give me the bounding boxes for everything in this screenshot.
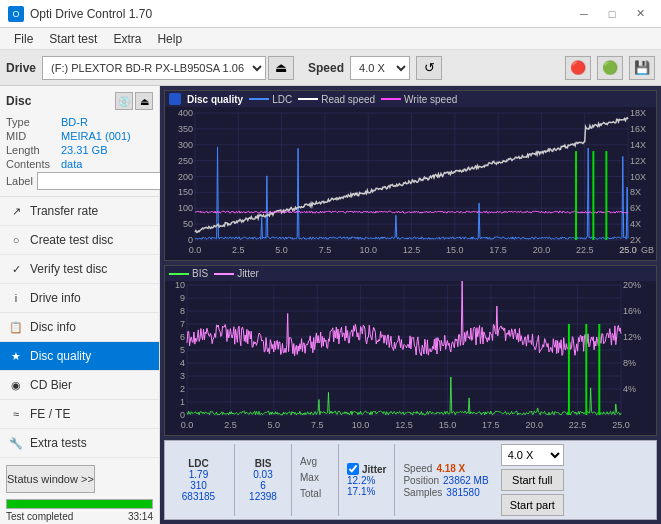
ldc-legend-color [249,98,269,100]
drive-select[interactable]: (F:) PLEXTOR BD-R PX-LB950SA 1.06 [42,56,266,80]
disc-panel-header: Disc 💿 ⏏ [6,92,153,110]
mid-value: MEIRA1 (001) [61,130,131,142]
bis-avg: 0.03 [253,469,272,480]
close-button[interactable]: ✕ [627,4,653,24]
test-speed-select[interactable]: 4.0 X [501,444,564,466]
ldc-max: 310 [190,480,207,491]
nav-drive-info[interactable]: i Drive info [0,284,159,313]
extra-tests-icon: 🔧 [8,435,24,451]
eject-button[interactable]: ⏏ [268,56,294,80]
nav-transfer-rate[interactable]: ↗ Transfer rate [0,197,159,226]
refresh-button[interactable]: ↺ [416,56,442,80]
write-speed-legend-label: Write speed [404,94,457,105]
app-icon: O [8,6,24,22]
ldc-stats-label: LDC [188,458,209,469]
jitter-checkbox[interactable] [347,463,359,475]
save-button[interactable]: 💾 [629,56,655,80]
menu-file[interactable]: File [6,30,41,48]
bis-max: 6 [260,480,266,491]
bis-legend-color [169,273,189,275]
status-section: Status window >> Test completed 33:14 [0,459,159,524]
nav-fe-te[interactable]: ≈ FE / TE [0,400,159,429]
type-value: BD-R [61,116,88,128]
speed-position-info: Speed 4.18 X Position 23862 MB Samples 3… [403,463,488,498]
menubar: File Start test Extra Help [0,28,661,50]
disc-type-field: Type BD-R [6,116,153,128]
stats-divider3 [338,444,339,516]
nav-verify-test-disc[interactable]: ✓ Verify test disc [0,255,159,284]
nav-extra-tests[interactable]: 🔧 Extra tests [0,429,159,458]
avg-row-label: Avg [300,456,317,472]
total-row-label: Total [300,488,321,504]
toolbar-icon1[interactable]: 🔴 [565,56,591,80]
ldc-total: 683185 [182,491,215,502]
status-text-row: Test completed 33:14 [0,511,159,524]
read-speed-legend-color [298,98,318,100]
disc-info-icon: 📋 [8,319,24,335]
disc-eject-btn[interactable]: ⏏ [135,92,153,110]
drive-toolbar: Drive (F:) PLEXTOR BD-R PX-LB950SA 1.06 … [0,50,661,86]
chart1-container: Disc quality LDC Read speed Write speed [164,90,657,261]
nav-disc-info-label: Disc info [30,320,76,334]
menu-extra[interactable]: Extra [105,30,149,48]
sidebar: Disc 💿 ⏏ Type BD-R MID MEIRA1 (001) Leng… [0,86,160,524]
titlebar-controls: ─ □ ✕ [571,4,653,24]
stats-row-labels: Avg Max Total [300,456,330,504]
bis-stats-label: BIS [255,458,272,469]
drive-label: Drive [6,61,36,75]
chart1-canvas [165,107,656,260]
disc-contents-field: Contents data [6,158,153,170]
legend-jitter: Jitter [214,268,259,279]
progress-bar-fill [7,500,152,508]
ldc-legend-label: LDC [272,94,292,105]
speed-select[interactable]: 4.0 X [350,56,410,80]
legend-read-speed: Read speed [298,94,375,105]
legend-bis: BIS [169,268,208,279]
disc-length-field: Length 23.31 GB [6,144,153,156]
toolbar-icon2[interactable]: 🟢 [597,56,623,80]
stats-panel: LDC 1.79 310 683185 BIS 0.03 6 12398 Avg… [164,440,657,520]
nav-create-test-disc[interactable]: ○ Create test disc [0,226,159,255]
length-value: 23.31 GB [61,144,107,156]
stats-divider4 [394,444,395,516]
chart2-container: BIS Jitter [164,265,657,436]
drive-info-icon: i [8,290,24,306]
disc-quality-icon: ★ [8,348,24,364]
jitter-avg: 12.2% [347,475,375,486]
chart2-canvas [165,281,656,435]
jitter-legend-color [214,273,234,275]
disc-section-title: Disc [6,94,31,108]
status-window-btn[interactable]: Status window >> [6,465,95,493]
status-text: Test completed [6,511,73,522]
menu-help[interactable]: Help [149,30,190,48]
fe-te-icon: ≈ [8,406,24,422]
nav-disc-info[interactable]: 📋 Disc info [0,313,159,342]
minimize-button[interactable]: ─ [571,4,597,24]
start-full-btn[interactable]: Start full [501,469,564,491]
nav-cd-bier[interactable]: ◉ CD Bier [0,371,159,400]
speed-label: Speed [308,61,344,75]
start-part-btn[interactable]: Start part [501,494,564,516]
samples-row: Samples 381580 [403,487,488,498]
bis-legend-label: BIS [192,268,208,279]
position-value: 23862 MB [443,475,489,486]
jitter-header: Jitter [347,463,386,475]
maximize-button[interactable]: □ [599,4,625,24]
nav-transfer-rate-label: Transfer rate [30,204,98,218]
chart2-header: BIS Jitter [165,266,656,281]
label-input[interactable] [37,172,170,190]
chart1-header: Disc quality LDC Read speed Write speed [165,91,656,107]
speed-info-value: 4.18 X [436,463,465,474]
ldc-stats: LDC 1.79 310 683185 [171,458,226,502]
nav-fe-te-label: FE / TE [30,407,70,421]
position-label: Position [403,475,439,486]
label-label: Label [6,175,33,187]
disc-icon-btn[interactable]: 💿 [115,92,133,110]
nav-disc-quality[interactable]: ★ Disc quality [0,342,159,371]
nav-cd-bier-label: CD Bier [30,378,72,392]
right-panel: Disc quality LDC Read speed Write speed [160,86,661,524]
ldc-avg: 1.79 [189,469,208,480]
jitter-stats-label: Jitter [362,464,386,475]
bis-stats: BIS 0.03 6 12398 [243,458,283,502]
menu-start-test[interactable]: Start test [41,30,105,48]
